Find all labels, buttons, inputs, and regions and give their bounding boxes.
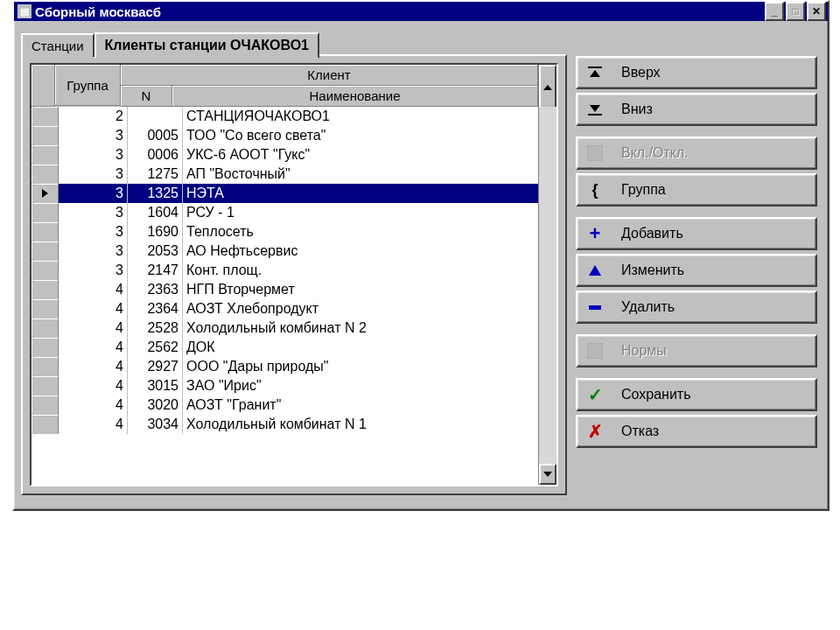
clients-grid[interactable]: Группа Клиент N Наименование 2СТАНЦИЯОЧА… — [30, 63, 558, 486]
cell-name: Теплосеть — [183, 222, 539, 242]
table-row[interactable]: 43020АОЗТ "Гранит" — [32, 396, 539, 415]
row-gutter — [32, 338, 59, 357]
cell-group: 3 — [59, 203, 128, 222]
table-row[interactable]: 30005ТОО "Со всего света" — [32, 126, 539, 145]
tab-panel-clients: Группа Клиент N Наименование 2СТАНЦИЯОЧА… — [21, 54, 567, 495]
up-button[interactable]: Вверх — [576, 56, 817, 89]
vertical-scrollbar[interactable] — [538, 107, 556, 485]
cell-n: 2927 — [128, 357, 183, 376]
table-row[interactable]: 2СТАНЦИЯОЧАКОВО1 — [32, 107, 539, 126]
scroll-down-button[interactable] — [539, 464, 556, 485]
cell-n: 3020 — [128, 396, 183, 415]
cell-group: 2 — [59, 107, 128, 126]
col-header-name[interactable]: Наименование — [172, 86, 538, 107]
save-button[interactable]: ✓ Сохранить — [576, 378, 817, 411]
cell-group: 3 — [59, 261, 128, 280]
x-icon: ✗ — [586, 423, 604, 440]
row-gutter — [32, 261, 59, 280]
table-row[interactable]: 43015ЗАО "Ирис" — [32, 376, 539, 396]
cell-group: 3 — [59, 184, 128, 203]
cell-n: 2364 — [128, 299, 183, 318]
add-button[interactable]: + Добавить — [576, 217, 817, 250]
cell-n: 2053 — [128, 242, 183, 261]
window-title: Сборный москвасб — [35, 4, 765, 19]
group-icon: { — [586, 181, 604, 199]
row-gutter — [32, 184, 59, 203]
group-label: Группа — [621, 182, 666, 198]
group-button[interactable]: { Группа — [576, 173, 817, 206]
app-icon: ▤ — [18, 4, 32, 18]
current-row-indicator-icon — [42, 189, 48, 198]
row-gutter — [32, 280, 59, 299]
table-row[interactable]: 42927ООО "Дары природы" — [32, 357, 539, 376]
table-row[interactable]: 31690Теплосеть — [32, 222, 539, 242]
cell-group: 4 — [59, 280, 128, 299]
up-icon — [586, 64, 604, 81]
cell-name: НГП Вторчермет — [183, 280, 539, 299]
row-gutter — [32, 318, 59, 338]
cell-name: СТАНЦИЯОЧАКОВО1 — [183, 107, 539, 126]
cell-group: 4 — [59, 396, 128, 415]
cell-group: 4 — [59, 338, 128, 357]
row-gutter — [32, 415, 59, 434]
cell-name: РСУ - 1 — [183, 203, 539, 222]
table-row[interactable]: 32147Конт. площ. — [32, 261, 539, 280]
norms-label: Нормы — [621, 343, 667, 359]
cell-name: ТОО "Со всего света" — [183, 126, 539, 145]
maximize-button: □ — [786, 2, 805, 21]
cell-n: 3015 — [128, 376, 183, 396]
cancel-label: Отказ — [621, 424, 659, 439]
grid-corner — [32, 65, 55, 107]
toggle-label: Вкл./Откл. — [621, 145, 689, 161]
down-button[interactable]: Вниз — [576, 93, 817, 126]
add-label: Добавить — [621, 226, 683, 242]
table-row[interactable]: 42562ДОК — [32, 338, 539, 357]
edit-button[interactable]: Изменить — [576, 254, 817, 287]
row-gutter — [32, 126, 59, 145]
cell-n: 0006 — [128, 145, 183, 164]
cell-n: 0005 — [128, 126, 183, 145]
table-row[interactable]: 42363НГП Вторчермет — [32, 280, 539, 299]
norms-icon — [586, 342, 604, 360]
cell-group: 3 — [59, 222, 128, 242]
tab-clients[interactable]: Клиенты станции ОЧАКОВО1 — [94, 32, 319, 59]
cell-n: 1690 — [128, 222, 183, 242]
row-gutter — [32, 299, 59, 318]
table-row[interactable]: 31275АП "Восточный" — [32, 164, 539, 184]
cell-group: 3 — [59, 242, 128, 261]
row-gutter — [32, 357, 59, 376]
close-button[interactable]: ✕ — [807, 2, 826, 21]
cell-name: Холодильный комбинат N 2 — [183, 318, 539, 338]
table-row[interactable]: 31604РСУ - 1 — [32, 203, 539, 222]
minus-icon — [586, 298, 604, 316]
triangle-icon — [586, 262, 604, 279]
row-gutter — [32, 107, 59, 126]
cell-group: 4 — [59, 415, 128, 434]
table-row[interactable]: 30006УКС-6 АООТ "Гукс" — [32, 145, 539, 164]
col-header-n[interactable]: N — [121, 86, 172, 107]
cell-group: 3 — [59, 126, 128, 145]
table-row[interactable]: 42528Холодильный комбинат N 2 — [32, 318, 539, 338]
cell-name: АП "Восточный" — [183, 164, 539, 184]
cell-group: 4 — [59, 318, 128, 338]
table-row[interactable]: 31325НЭТА — [32, 184, 539, 203]
table-row[interactable]: 43034Холодильный комбинат N 1 — [32, 415, 539, 434]
cell-group: 3 — [59, 145, 128, 164]
up-label: Вверх — [621, 65, 661, 80]
titlebar: ▤ Сборный москвасб _ □ ✕ — [14, 2, 828, 21]
col-header-client[interactable]: Клиент — [121, 65, 538, 86]
table-row[interactable]: 42364АОЗТ Хлебопродукт — [32, 299, 539, 318]
tab-stations[interactable]: Станции — [21, 33, 94, 57]
minimize-button[interactable]: _ — [765, 2, 784, 21]
down-label: Вниз — [621, 102, 653, 117]
table-row[interactable]: 32053АО Нефтьсервис — [32, 242, 539, 261]
row-gutter — [32, 164, 59, 184]
scroll-up-button[interactable] — [539, 65, 556, 110]
col-header-group[interactable]: Группа — [55, 65, 121, 106]
cancel-button[interactable]: ✗ Отказ — [576, 415, 817, 448]
cell-name: Конт. площ. — [183, 261, 539, 280]
cell-name: ЗАО "Ирис" — [183, 376, 539, 396]
edit-label: Изменить — [621, 262, 684, 278]
cell-name: Холодильный комбинат N 1 — [183, 415, 539, 434]
delete-button[interactable]: Удалить — [576, 290, 817, 324]
